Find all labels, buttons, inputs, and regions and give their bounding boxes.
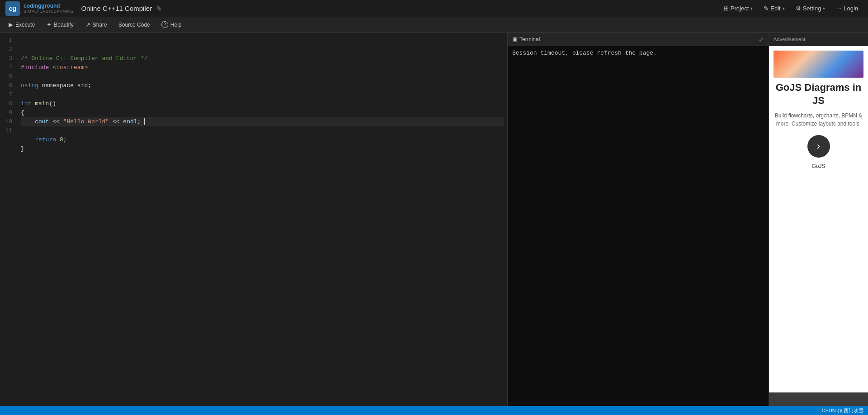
ad-bottom-strip [769, 392, 868, 406]
top-nav-bar: cg codingground SIMPLYEASYLEARNING Onlin… [0, 0, 868, 17]
help-button[interactable]: ? Help [156, 19, 187, 30]
code-content[interactable]: /* Online C++ Compiler and Editor */#inc… [17, 33, 507, 406]
source-code-button[interactable]: Source Code [114, 20, 155, 29]
code-line-8: cout << "Hello World" << endl; [21, 117, 504, 126]
code-area[interactable]: 1234567891011 /* Online C++ Compiler and… [0, 33, 507, 406]
logo-icon: cg [5, 1, 20, 16]
terminal-expand-icon[interactable]: ⤢ [759, 36, 764, 43]
ad-arrow-button[interactable]: › [807, 135, 830, 158]
share-button[interactable]: ↗ Share [80, 19, 112, 30]
terminal-title: ▣ Terminal [512, 36, 540, 42]
setting-chevron: ▾ [823, 6, 825, 11]
login-nav-icon: → [836, 5, 842, 12]
code-line-9 [21, 126, 504, 135]
ad-title: GoJS Diagrams in JS [774, 81, 863, 107]
setting-nav-button[interactable]: ⚙ Setting ▾ [791, 3, 830, 14]
edit-title-icon[interactable]: ✎ [156, 5, 162, 12]
beautify-button[interactable]: ✦ Beautify [42, 19, 78, 30]
code-line-4: using namespace std; [21, 81, 504, 90]
code-line-2: #include <iostream> [21, 63, 504, 72]
code-line-11: } [21, 145, 504, 154]
code-line-1: /* Online C++ Compiler and Editor */ [21, 54, 504, 63]
execute-button[interactable]: ▶ Execute [4, 19, 40, 30]
execute-icon: ▶ [9, 21, 13, 28]
project-chevron: ▾ [750, 6, 753, 11]
code-line-10: return 0; [21, 135, 504, 145]
ad-arrow-icon: › [817, 140, 820, 152]
edit-chevron: ▾ [783, 6, 785, 11]
code-line-5 [21, 90, 504, 99]
terminal-body[interactable]: Session timeout, please refresh the page… [508, 46, 769, 406]
line-numbers: 1234567891011 [0, 33, 17, 406]
nav-right-area: ⊞ Project ▾ ✎ Edit ▾ ⚙ Setting ▾ → Login [719, 3, 863, 14]
code-line-3 [21, 72, 504, 81]
setting-nav-icon: ⚙ [796, 5, 801, 12]
beautify-icon: ✦ [47, 21, 52, 28]
edit-nav-button[interactable]: ✎ Edit ▾ [759, 3, 789, 14]
bottom-bar: CSDN @ 西门吹雪 [0, 406, 868, 415]
login-nav-button[interactable]: → Login [831, 3, 863, 14]
help-icon: ? [161, 21, 168, 28]
project-nav-button[interactable]: ⊞ Project ▾ [719, 3, 757, 14]
bottom-credit: CSDN @ 西门吹雪 [822, 407, 863, 414]
ad-content: GoJS Diagrams in JS Build flowcharts, or… [769, 46, 868, 392]
code-line-7: { [21, 108, 504, 117]
code-line-6: int main() [21, 99, 504, 108]
terminal-header: ▣ Terminal ⤢ [508, 33, 769, 46]
toolbar: ▶ Execute ✦ Beautify ↗ Share Source Code… [0, 17, 868, 33]
edit-nav-icon: ✎ [764, 5, 769, 12]
ad-header: Advertisement [769, 33, 868, 46]
logo-area: cg codingground SIMPLYEASYLEARNING [5, 1, 74, 16]
ad-brand-label: GoJS [811, 163, 825, 169]
main-area: 1234567891011 /* Online C++ Compiler and… [0, 33, 868, 406]
ad-description: Build flowcharts, orgcharts, BPMN & more… [774, 112, 863, 128]
session-message: Session timeout, please refresh the page… [512, 50, 657, 56]
terminal-panel: ▣ Terminal ⤢ Session timeout, please ref… [508, 33, 769, 406]
terminal-icon: ▣ [512, 36, 517, 42]
app-title: Online C++11 Compiler [81, 5, 152, 12]
logo-text: codingground SIMPLYEASYLEARNING [24, 3, 74, 14]
svg-text:cg: cg [9, 5, 16, 12]
project-nav-icon: ⊞ [724, 5, 729, 12]
ad-top-banner [774, 51, 863, 78]
ad-panel: Advertisement GoJS Diagrams in JS Build … [769, 33, 868, 406]
editor-panel: 1234567891011 /* Online C++ Compiler and… [0, 33, 508, 406]
share-icon: ↗ [85, 21, 90, 28]
ad-header-label: Advertisement [774, 37, 805, 42]
